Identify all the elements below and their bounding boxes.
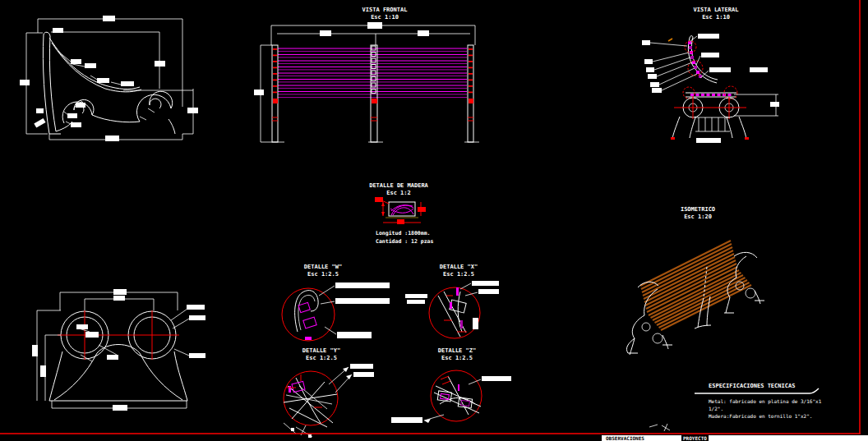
detail-y-drawing bbox=[284, 364, 374, 438]
isometrico-scale: Esc 1:20 bbox=[684, 214, 712, 220]
isometrico-title: ISOMETRICO bbox=[681, 207, 715, 213]
front-view-drawing bbox=[254, 22, 479, 142]
wood-detail-drawing bbox=[375, 197, 426, 224]
madera-note-longitud: Longitud :1800mm. bbox=[376, 231, 431, 237]
cad-drawing-canvas: VISTA FRONTAL Esc 1:10 VISTA LATERAL Esc… bbox=[0, 0, 868, 441]
isometric-view-drawing bbox=[626, 241, 764, 355]
titleblock-proyecto-cell: PROYECTO bbox=[681, 435, 709, 441]
detalle-w-title: DETALLE "W" bbox=[304, 264, 342, 270]
detalle-z-scale: Esc 1:2.5 bbox=[441, 356, 473, 361]
lateral-view-drawing bbox=[642, 34, 779, 143]
detalle-madera-title: DETALLE DE MADERA bbox=[369, 183, 428, 189]
detail-z-drawing bbox=[391, 370, 511, 423]
foot-detail-drawing bbox=[32, 289, 205, 411]
specs-line-metal2: 1/2". bbox=[709, 407, 723, 411]
detalle-x-scale: Esc 1:2.5 bbox=[443, 272, 474, 278]
drawing-geometry bbox=[0, 0, 868, 441]
detalle-x-title: DETALLE "X" bbox=[440, 264, 478, 270]
detalle-w-scale: Esc 1:2.5 bbox=[307, 272, 339, 278]
specs-title: ESPECIFICACIONES TECNICAS bbox=[709, 384, 795, 389]
madera-note-cantidad: Cantidad : 12 pzas bbox=[376, 239, 433, 245]
vista-lateral-title: VISTA LATERAL bbox=[694, 7, 739, 13]
vista-lateral-scale: Esc 1:10 bbox=[702, 15, 730, 21]
titleblock-proyecto-label: PROYECTO bbox=[681, 435, 709, 441]
detalle-y-title: DETALLE "Y" bbox=[302, 348, 340, 354]
detalle-madera-scale: Esc 1:2 bbox=[386, 191, 411, 196]
specs-line-madera: Madera:Fabricado en tornillo 1"x2". bbox=[709, 414, 812, 419]
vista-frontal-title: VISTA FRONTAL bbox=[362, 7, 408, 13]
frame-and-misc bbox=[0, 0, 861, 434]
detail-w-drawing bbox=[282, 283, 390, 341]
specs-line-metal: Metal: fabricado en platina de 3/16"x1 bbox=[709, 399, 821, 404]
detalle-z-title: DETALLE "Z" bbox=[438, 348, 476, 354]
titleblock-observaciones-label: OBSERVACIONES bbox=[606, 435, 644, 441]
detalle-y-scale: Esc 1:2.5 bbox=[306, 356, 337, 361]
detail-x-drawing bbox=[405, 281, 499, 338]
vista-frontal-scale: Esc 1:10 bbox=[371, 15, 399, 21]
profile-view-drawing bbox=[20, 16, 198, 141]
